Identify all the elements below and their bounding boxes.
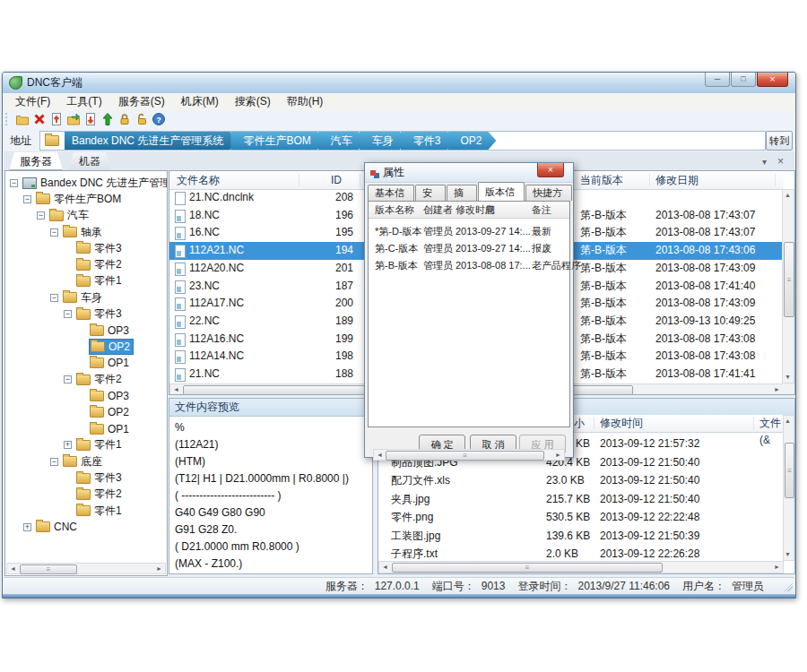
tree-item[interactable]: −零件2 bbox=[5, 372, 167, 388]
version-column-header[interactable]: 备注 bbox=[532, 202, 551, 218]
tree-item[interactable]: −底座 bbox=[5, 453, 167, 470]
dialog-tab-安全[interactable]: 安全 bbox=[415, 185, 446, 201]
tab-服务器[interactable]: 服务器 bbox=[9, 152, 63, 170]
expander-icon[interactable]: − bbox=[10, 179, 18, 187]
dialog-hscrollbar[interactable]: ◄► ≡ bbox=[373, 449, 565, 461]
new-folder-icon[interactable] bbox=[13, 112, 30, 127]
breadcrumb-segment[interactable]: 零件3 bbox=[401, 132, 456, 150]
expander-icon[interactable]: − bbox=[64, 375, 72, 383]
help-icon[interactable]: ? bbox=[150, 112, 167, 127]
minimize-icon[interactable]: ─ bbox=[705, 73, 730, 87]
menu-item[interactable]: 服务器(S) bbox=[110, 93, 173, 110]
tree-node[interactable]: OP3 bbox=[89, 323, 132, 338]
maximize-icon[interactable]: □ bbox=[731, 73, 756, 87]
file-list-vscrollbar[interactable]: ▲▼ ≡ bbox=[782, 189, 794, 383]
tree-item[interactable]: OP2 bbox=[5, 339, 167, 355]
tree-node[interactable]: 零件3 bbox=[75, 470, 125, 487]
tree-node[interactable]: OP1 bbox=[89, 356, 132, 370]
tree-node[interactable]: 轴承 bbox=[62, 224, 105, 241]
breadcrumb-segment[interactable]: 汽车 bbox=[318, 132, 367, 150]
expander-icon[interactable]: − bbox=[23, 195, 31, 203]
attachment-row[interactable]: 夹具.jpg215.7 KB2013-09-12 21:50:40 bbox=[378, 490, 784, 509]
send-icon[interactable] bbox=[99, 112, 116, 127]
tree-item[interactable]: OP1 bbox=[5, 420, 167, 436]
expander-icon[interactable]: − bbox=[50, 294, 58, 302]
tree-node[interactable]: 车身 bbox=[62, 289, 105, 306]
unlock-icon[interactable] bbox=[133, 112, 150, 127]
tree-item[interactable]: 零件2 bbox=[5, 256, 167, 272]
dialog-close-icon[interactable]: × bbox=[537, 163, 564, 177]
menu-item[interactable]: 搜索(S) bbox=[227, 93, 279, 110]
expander-icon[interactable]: − bbox=[50, 458, 58, 466]
attachment-column-header[interactable]: 修改时间 bbox=[600, 415, 643, 432]
breadcrumb-segment[interactable]: Bandex DNC 先进生产管理系统 bbox=[65, 132, 238, 150]
tree-item[interactable]: 零件3 bbox=[5, 240, 167, 256]
attachment-row[interactable]: 工装图.jpg139.6 KB2013-09-12 21:50:39 bbox=[378, 527, 784, 546]
tree-node[interactable]: OP2 bbox=[89, 405, 132, 419]
menu-item[interactable]: 工具(T) bbox=[58, 93, 109, 110]
tree-item[interactable]: −轴承 bbox=[5, 224, 167, 240]
dialog-tab-摘要[interactable]: 摘要 bbox=[447, 185, 477, 201]
tree-item[interactable]: 零件2 bbox=[5, 487, 167, 503]
file-column-header[interactable]: ID bbox=[331, 171, 342, 189]
version-column-header[interactable]: 创建者 bbox=[423, 202, 453, 218]
import-folder-icon[interactable] bbox=[65, 112, 82, 127]
dialog-tab-版本信息[interactable]: 版本信息 bbox=[478, 182, 525, 201]
breadcrumb-segment[interactable]: OP2 bbox=[447, 132, 496, 150]
tree-node[interactable]: 零件2 bbox=[75, 371, 125, 388]
close-icon[interactable]: × bbox=[757, 73, 788, 87]
lock-icon[interactable] bbox=[116, 112, 133, 127]
breadcrumb-segment[interactable]: 零件生产BOM bbox=[230, 132, 325, 150]
tree-item[interactable]: +CNC bbox=[5, 519, 167, 535]
file-column-header[interactable]: 修改日期 bbox=[655, 171, 699, 189]
delete-icon[interactable] bbox=[30, 112, 48, 127]
resize-grip[interactable] bbox=[783, 582, 793, 591]
version-row[interactable]: 第-C-版本管理员2013-09-27 14:...报废 bbox=[369, 240, 569, 257]
file-column-header[interactable]: 文件名称 bbox=[177, 171, 220, 189]
attachment-row[interactable]: 零件.png530.5 KB2013-09-12 22:22:48 bbox=[378, 508, 784, 527]
tree-item[interactable]: −零件生产BOM bbox=[5, 191, 167, 207]
tree-node[interactable]: OP3 bbox=[89, 389, 132, 403]
tree-node[interactable]: 零件1 bbox=[75, 503, 125, 520]
checkout-file-icon[interactable] bbox=[82, 112, 99, 127]
version-row[interactable]: 第-B-版本管理员2013-08-08 17:...老产品程序 bbox=[369, 257, 569, 274]
tree-node[interactable]: 零件3 bbox=[75, 306, 125, 323]
tree-item[interactable]: −车身 bbox=[5, 289, 167, 306]
tree-item[interactable]: OP2 bbox=[5, 404, 167, 420]
tree-item[interactable]: 零件1 bbox=[5, 273, 167, 289]
expander-icon[interactable]: + bbox=[23, 523, 31, 531]
tree-item[interactable]: OP3 bbox=[5, 388, 167, 404]
breadcrumb-segment[interactable]: 车身 bbox=[360, 132, 408, 150]
tree-node[interactable]: OP2 bbox=[89, 339, 134, 355]
tree-hscrollbar[interactable]: ◄► ≡ bbox=[6, 563, 166, 574]
tree-node[interactable]: Bandex DNC 先进生产管理系统 bbox=[22, 175, 168, 192]
tree-item[interactable]: 零件3 bbox=[5, 470, 167, 486]
tree-node[interactable]: 零件1 bbox=[75, 272, 125, 289]
tab-机器[interactable]: 机器 bbox=[68, 152, 111, 170]
expander-icon[interactable]: + bbox=[64, 441, 72, 449]
tree-node[interactable]: CNC bbox=[35, 520, 80, 534]
dialog-tab-基本信息[interactable]: 基本信息 bbox=[368, 185, 414, 201]
tree-node[interactable]: 汽车 bbox=[48, 207, 91, 224]
attachments-vscrollbar[interactable]: ▲▼ ≡ bbox=[783, 415, 794, 561]
tree-node[interactable]: 零件2 bbox=[75, 486, 125, 503]
tree-node[interactable]: 零件1 bbox=[75, 436, 125, 453]
tree-item[interactable]: OP1 bbox=[5, 355, 167, 371]
tree-node[interactable]: 零件生产BOM bbox=[35, 191, 124, 208]
panel-close-icon[interactable]: × bbox=[774, 155, 787, 168]
dialog-tab-快捷方式[interactable]: 快捷方式 bbox=[525, 185, 572, 201]
tree-item[interactable]: −汽车 bbox=[5, 208, 167, 224]
tree-node[interactable]: 零件3 bbox=[75, 240, 125, 257]
title-bar[interactable]: DNC客户端 ─ □ × bbox=[3, 73, 795, 93]
tree-item[interactable]: 零件1 bbox=[5, 503, 167, 519]
tree-node[interactable]: 底座 bbox=[62, 453, 105, 470]
expander-icon[interactable]: − bbox=[37, 211, 45, 220]
version-column-header[interactable]: 版本名称 bbox=[375, 202, 414, 218]
version-row[interactable]: *第-D-版本管理员2013-09-27 14:...最新 bbox=[369, 223, 569, 240]
tree-item[interactable]: −Bandex DNC 先进生产管理系统 bbox=[5, 175, 167, 191]
expander-icon[interactable]: − bbox=[64, 310, 72, 318]
chevron-down-icon[interactable]: ▾ bbox=[758, 155, 771, 168]
tree-item[interactable]: OP3 bbox=[5, 323, 167, 339]
file-column-header[interactable]: 当前版本 bbox=[580, 171, 623, 189]
menu-item[interactable]: 帮助(H) bbox=[279, 93, 332, 110]
